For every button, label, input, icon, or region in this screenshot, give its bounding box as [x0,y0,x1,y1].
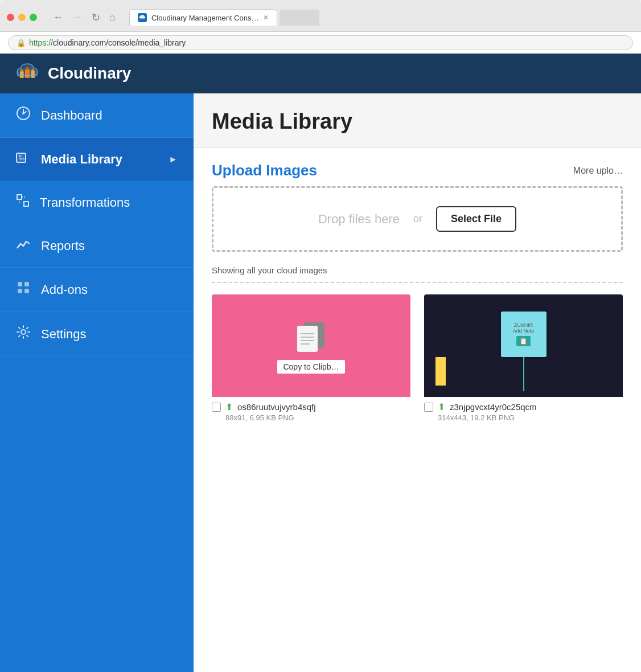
image-checkbox-2[interactable] [424,403,433,412]
sidebar-item-media-library[interactable]: Media Library ► [0,138,194,181]
image-card-1: Copy to Clipb… ⬆ os86ruutvujvyrb4sqfj 88… [212,294,410,422]
svg-rect-0 [20,72,23,78]
copy-label: Copy to Clipb… [277,360,344,374]
images-grid: Copy to Clipb… ⬆ os86ruutvujvyrb4sqfj 88… [212,294,623,422]
sidebar-item-reports[interactable]: Reports [0,224,194,268]
url-rest: cloudinary.com/console/media_library [53,38,186,47]
upload-dropzone[interactable]: Drop files here or Select File [212,186,623,252]
upload-section-title: Upload Images [212,162,317,179]
app-logo: Cloudinary [14,62,131,85]
sidebar-label-dashboard: Dashboard [41,108,102,123]
page-title-bar: Media Library [194,93,641,148]
url-text: https://cloudinary.com/console/media_lib… [29,38,186,47]
upload-arrow-2: ⬆ [438,401,445,412]
svg-rect-11 [17,195,22,199]
drop-files-text: Drop files here [318,212,400,227]
svg-rect-12 [24,202,28,206]
svg-point-19 [21,330,26,334]
sidebar-item-dashboard[interactable]: Dashboard [0,93,194,138]
forward-button[interactable]: → [70,10,85,24]
tab-bar: Cloudinary Management Cons… ✕ [129,9,634,26]
svg-rect-18 [24,289,29,293]
app-header: Cloudinary [0,54,641,93]
image-name-1: os86ruutvujvyrb4sqfj [237,402,316,412]
media-library-icon [16,150,31,168]
browser-navigation: ← → ↻ ⌂ [51,10,118,25]
brand-name: Cloudinary [48,64,131,83]
svg-rect-16 [24,282,29,286]
svg-rect-1 [25,69,30,78]
divider [212,282,623,283]
sidebar-label-settings: Settings [41,327,87,342]
image-name-2: z3njpgvcxt4yr0c25qcm [450,402,537,412]
app-body: Dashboard Media Library ► [0,93,641,672]
upload-section-header: Upload Images More uplo… [212,162,623,179]
svg-point-7 [22,112,24,114]
svg-rect-15 [18,282,22,286]
sticky-line [523,357,524,391]
sidebar-item-addons[interactable]: Add-ons [0,268,194,312]
sidebar-label-reports: Reports [41,239,85,253]
address-bar[interactable]: 🔒 https://cloudinary.com/console/media_l… [8,35,633,50]
svg-rect-21 [297,326,318,352]
sidebar-label-media-library: Media Library [41,152,122,167]
image-meta-1: 88x91, 6.95 KB PNG [225,413,410,422]
new-tab-area[interactable] [280,10,319,26]
cloudinary-logo-icon [14,62,41,85]
tab-close-icon[interactable]: ✕ [263,14,269,22]
image-thumbnail-2[interactable]: ZUKHIRAdd Note 📋 [424,294,623,397]
sticky-note: ZUKHIRAdd Note 📋 [501,312,547,357]
sidebar-label-addons: Add-ons [41,282,88,297]
transformations-icon [16,194,30,211]
lock-icon: 🔒 [17,39,26,47]
copy-icon-wrap: Copy to Clipb… [277,318,344,374]
page-title: Media Library [212,109,623,134]
image-info-1: ⬆ os86ruutvujvyrb4sqfj [212,401,410,412]
image-checkbox-1[interactable] [212,403,221,412]
traffic-lights [7,14,37,21]
addons-icon [16,280,31,299]
content-area: Media Library Upload Images More uplo… D… [194,93,641,672]
browser-chrome: ← → ↻ ⌂ Cloudinary Management Cons… ✕ 🔒 … [0,0,641,54]
more-upload-link[interactable]: More uplo… [573,166,623,176]
home-button[interactable]: ⌂ [107,10,118,24]
image-card-2: ZUKHIRAdd Note 📋 ⬆ z3njpgvcxt4yr0c25qcm [424,294,623,422]
svg-point-10 [19,155,21,157]
or-label: or [413,213,422,225]
content-inner: Upload Images More uplo… Drop files here… [194,148,641,436]
yellow-rect [435,357,446,386]
fullscreen-button[interactable] [30,14,37,21]
settings-icon [16,325,31,343]
minimize-button[interactable] [18,14,26,21]
upload-arrow-1: ⬆ [225,401,233,412]
active-tab[interactable]: Cloudinary Management Cons… ✕ [129,9,278,26]
url-https: https:// [29,38,53,47]
dashboard-icon [16,106,31,125]
address-bar-row: 🔒 https://cloudinary.com/console/media_l… [0,31,641,54]
tab-title: Cloudinary Management Cons… [151,14,259,22]
sidebar-item-settings[interactable]: Settings [0,312,194,357]
back-button[interactable]: ← [51,10,65,24]
sidebar: Dashboard Media Library ► [0,93,194,672]
reports-icon [16,237,31,255]
sticky-note-text: ZUKHIRAdd Note [513,322,535,334]
svg-rect-2 [31,71,34,78]
app-wrapper: Cloudinary Dashboard [0,54,641,672]
image-meta-2: 314x443, 19.2 KB PNG [438,413,623,422]
image-info-2: ⬆ z3njpgvcxt4yr0c25qcm [424,401,623,412]
tab-favicon [138,13,147,22]
reload-button[interactable]: ↻ [89,10,102,25]
sticky-badge: 📋 [516,336,531,346]
sidebar-item-transformations[interactable]: Transformations [0,181,194,224]
arrow-icon: ► [169,154,178,165]
select-file-button[interactable]: Select File [436,206,516,232]
close-button[interactable] [7,14,14,21]
svg-rect-17 [18,289,22,293]
documents-icon [294,318,328,355]
image-thumbnail-1[interactable]: Copy to Clipb… [212,294,410,397]
sidebar-label-transformations: Transformations [40,195,130,210]
showing-text: Showing all your cloud images [212,265,623,275]
